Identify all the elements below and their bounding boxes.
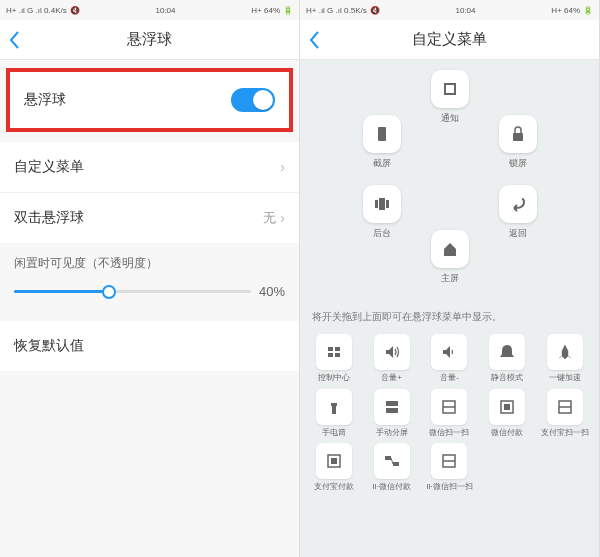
svg-rect-12 [332,406,336,414]
toggle-label: 悬浮球 [24,91,66,109]
split-screen-icon [374,389,410,425]
svg-rect-14 [386,408,398,413]
recents-icon [363,185,401,223]
back-button[interactable] [308,30,322,50]
wechat-pay-2-icon [374,443,410,479]
opacity-section: 闲置时可见度（不透明度） 40% [0,243,299,311]
custom-menu-row[interactable]: 自定义菜单 › [0,142,299,193]
page-title: 自定义菜单 [412,30,487,49]
toggle-wechat-pay-2[interactable]: II·微信付款 [364,443,420,492]
svg-rect-9 [328,353,333,357]
status-left: H+ .ıl G .ıl 0.4K/s 🔇 [6,6,80,15]
toggle-control-center[interactable]: 控制中心 [306,334,362,383]
status-bar: H+ .ıl G .ıl 0.5K/s 🔇 10:04 H+ 64%🔋 [300,0,599,20]
menu-item-back[interactable]: 返回 [488,185,548,240]
status-right: H+ 64%🔋 [551,6,593,15]
screenshot-icon [363,115,401,153]
chevron-right-icon: › [280,159,285,175]
svg-rect-8 [335,347,340,351]
opacity-label: 闲置时可见度（不透明度） [14,255,285,272]
reset-defaults-row[interactable]: 恢复默认值 [0,321,299,371]
highlighted-toggle-row: 悬浮球 [6,68,293,132]
opacity-value: 40% [259,284,285,299]
floating-ball-toggle-row[interactable]: 悬浮球 [10,72,289,128]
flashlight-icon [316,389,352,425]
reset-label: 恢复默认值 [14,337,84,355]
svg-rect-6 [386,200,389,208]
svg-rect-11 [331,403,337,406]
alipay-scan-icon [547,389,583,425]
left-phone-screen: H+ .ıl G .ıl 0.4K/s 🔇 10:04 H+ 64%🔋 悬浮球 … [0,0,300,557]
toggle-volume-down[interactable]: 音量- [422,334,478,383]
toggle-alipay-scan[interactable]: 支付宝扫一扫 [537,389,593,438]
toggle-wechat-pay[interactable]: 微信付款 [479,389,535,438]
back-button[interactable] [8,30,22,50]
status-left: H+ .ıl G .ıl 0.5K/s 🔇 [306,6,380,15]
toggle-flashlight[interactable]: 手电筒 [306,389,362,438]
double-tap-label: 双击悬浮球 [14,209,84,227]
svg-rect-5 [379,198,385,210]
mute-icon [489,334,525,370]
status-right: H+ 64%🔋 [251,6,293,15]
wechat-pay-icon [489,389,525,425]
svg-rect-7 [328,347,333,351]
custom-menu-label: 自定义菜单 [14,158,84,176]
toggle-boost[interactable]: 一键加速 [537,334,593,383]
back-arrow-icon [499,185,537,223]
svg-rect-10 [335,353,340,357]
toggle-split-screen[interactable]: 手动分屏 [364,389,420,438]
right-phone-screen: H+ .ıl G .ıl 0.5K/s 🔇 10:04 H+ 64%🔋 自定义菜… [300,0,600,557]
header: 自定义菜单 [300,20,599,60]
opacity-slider[interactable] [14,290,251,293]
svg-rect-13 [386,401,398,406]
instruction-text: 将开关拖到上面即可在悬浮球菜单中显示。 [300,300,599,330]
volume-down-icon [431,334,467,370]
toggle-alipay-pay[interactable]: 支付宝付款 [306,443,362,492]
volume-up-icon [374,334,410,370]
toggle-wechat-scan[interactable]: 微信扫一扫 [422,389,478,438]
menu-item-recents[interactable]: 后台 [352,185,412,240]
svg-rect-24 [393,462,399,466]
toggle-wechat-scan-2[interactable]: II·微信扫一扫 [422,443,478,492]
menu-item-home[interactable]: 主屏 [420,230,480,285]
status-time: 10:04 [155,6,175,15]
status-bar: H+ .ıl G .ıl 0.4K/s 🔇 10:04 H+ 64%🔋 [0,0,299,20]
page-title: 悬浮球 [127,30,172,49]
lock-icon [499,115,537,153]
svg-rect-2 [378,127,386,141]
chevron-right-icon: › [280,210,285,226]
svg-rect-3 [513,133,523,141]
notification-icon [431,70,469,108]
wechat-scan-2-icon [431,443,467,479]
double-tap-value: 无› [263,209,285,227]
status-time: 10:04 [455,6,475,15]
home-icon [431,230,469,268]
menu-hexagon: 通知 截屏 锁屏 后台 返回 [300,60,599,300]
control-center-icon [316,334,352,370]
header: 悬浮球 [0,20,299,60]
floating-ball-toggle[interactable] [231,88,275,112]
toggle-volume-up[interactable]: 音量+ [364,334,420,383]
svg-rect-4 [375,200,378,208]
svg-rect-1 [446,85,454,93]
available-toggles-grid: 控制中心 音量+ 音量- 静音模式 一键加速 手电筒 手动分屏 微信扫一扫 微信… [300,330,599,502]
wechat-scan-icon [431,389,467,425]
slider-thumb[interactable] [102,285,116,299]
menu-item-screenshot[interactable]: 截屏 [352,115,412,170]
rocket-icon [547,334,583,370]
alipay-pay-icon [316,443,352,479]
menu-item-lock[interactable]: 锁屏 [488,115,548,170]
svg-rect-18 [504,404,510,410]
double-tap-row[interactable]: 双击悬浮球 无› [0,193,299,243]
svg-rect-23 [385,456,391,460]
toggle-mute[interactable]: 静音模式 [479,334,535,383]
menu-item-notification[interactable]: 通知 [420,70,480,125]
svg-rect-22 [331,458,337,464]
